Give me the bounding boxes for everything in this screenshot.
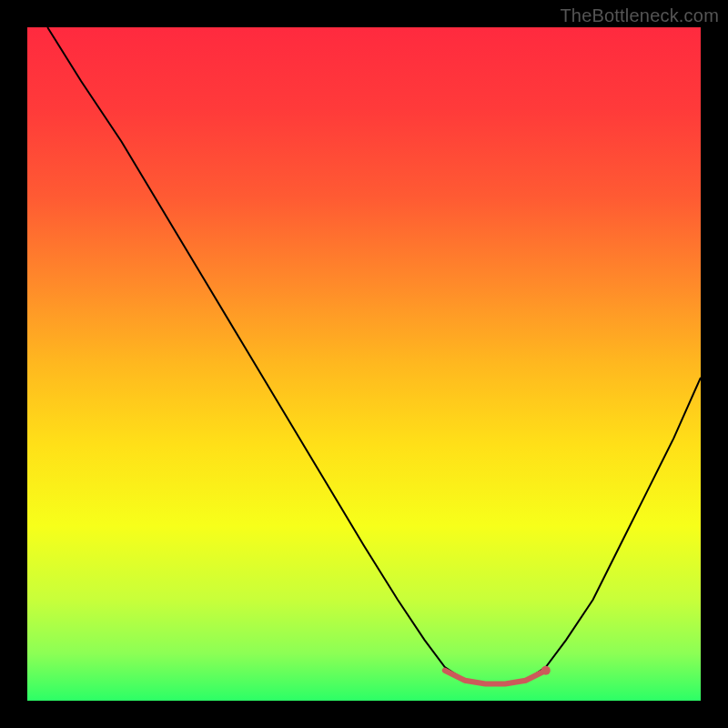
- watermark: TheBottleneck.com: [560, 5, 719, 26]
- plot-background: [27, 27, 701, 701]
- chart-svg: [0, 0, 728, 728]
- optimal-range-end-dot: [541, 666, 551, 675]
- chart-root: TheBottleneck.com: [0, 0, 728, 728]
